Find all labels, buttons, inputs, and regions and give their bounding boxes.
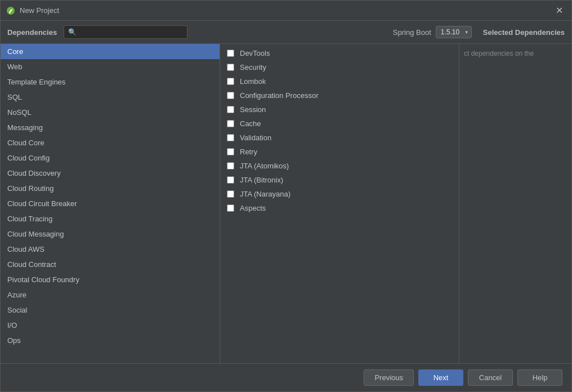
left-panel-item-social[interactable]: Social	[1, 302, 220, 318]
checkbox-item-retry[interactable]: Retry	[220, 145, 459, 159]
main-area: CoreWebTemplate EnginesSQLNoSQLMessaging…	[1, 44, 571, 363]
right-panel-placeholder: ct dependencies on the	[464, 50, 534, 57]
left-panel-item-cloud-circuit-breaker[interactable]: Cloud Circuit Breaker	[1, 196, 220, 211]
left-panel-item-cloud-messaging[interactable]: Cloud Messaging	[1, 226, 220, 242]
left-panel-item-nosql[interactable]: NoSQL	[1, 105, 220, 120]
left-panel-item-pivotal-cloud-foundry[interactable]: Pivotal Cloud Foundry	[1, 272, 220, 287]
checkbox-config-processor[interactable]	[227, 92, 234, 99]
checkbox-label-jta-atomikos: JTA (Atomikos)	[240, 162, 289, 170]
selected-deps-label: Selected Dependencies	[483, 28, 565, 37]
close-button[interactable]: ✕	[552, 4, 566, 17]
spring-boot-label: Spring Boot	[393, 28, 431, 37]
left-panel-item-core[interactable]: Core	[1, 44, 220, 59]
left-panel-item-cloud-aws[interactable]: Cloud AWS	[1, 242, 220, 257]
checkbox-label-devtools: DevTools	[240, 49, 270, 57]
title-bar: New Project ✕	[1, 1, 571, 21]
spring-boot-dropdown-wrapper[interactable]: 1.5.10	[436, 26, 472, 38]
right-panel: ct dependencies on the	[459, 44, 571, 363]
checkbox-label-lombok: Lombok	[240, 77, 266, 86]
checkbox-item-devtools[interactable]: DevTools	[220, 46, 459, 60]
checkbox-item-lombok[interactable]: Lombok	[220, 74, 459, 88]
left-panel: CoreWebTemplate EnginesSQLNoSQLMessaging…	[1, 44, 220, 363]
checkbox-item-validation[interactable]: Validation	[220, 131, 459, 145]
left-panel-item-ops[interactable]: Ops	[1, 333, 220, 348]
checkbox-item-security[interactable]: Security	[220, 60, 459, 74]
left-panel-item-azure[interactable]: Azure	[1, 287, 220, 302]
dialog-content: Dependencies 🔍 Spring Boot 1.5.10 Select…	[1, 21, 571, 391]
footer: Previous Next Cancel Help	[1, 363, 571, 391]
checkbox-item-aspects[interactable]: Aspects	[220, 201, 459, 215]
checkbox-cache[interactable]	[227, 120, 234, 127]
checkbox-item-config-processor[interactable]: Configuration Processor	[220, 88, 459, 103]
checkbox-label-config-processor: Configuration Processor	[240, 91, 318, 100]
left-panel-item-cloud-routing[interactable]: Cloud Routing	[1, 181, 220, 196]
left-panel-item-cloud-core[interactable]: Cloud Core	[1, 135, 220, 150]
checkbox-label-session: Session	[240, 105, 266, 114]
checkbox-session[interactable]	[227, 106, 234, 113]
left-panel-item-sql[interactable]: SQL	[1, 90, 220, 105]
checkbox-jta-narayana[interactable]	[227, 190, 234, 198]
checkbox-item-session[interactable]: Session	[220, 103, 459, 117]
search-icon: 🔍	[68, 28, 77, 36]
cancel-button[interactable]: Cancel	[468, 369, 513, 386]
left-panel-item-template-engines[interactable]: Template Engines	[1, 74, 220, 90]
help-button[interactable]: Help	[517, 369, 562, 386]
checkbox-label-jta-bitronix: JTA (Bitronix)	[240, 176, 283, 184]
checkbox-label-cache: Cache	[240, 119, 261, 128]
left-panel-item-messaging[interactable]: Messaging	[1, 120, 220, 135]
left-panel-item-cloud-discovery[interactable]: Cloud Discovery	[1, 166, 220, 181]
checkbox-jta-bitronix[interactable]	[227, 176, 234, 184]
checkbox-item-jta-bitronix[interactable]: JTA (Bitronix)	[220, 173, 459, 187]
left-panel-item-web[interactable]: Web	[1, 59, 220, 74]
left-panel-item-i-o[interactable]: I/O	[1, 318, 220, 333]
checkbox-label-jta-narayana: JTA (Narayana)	[240, 190, 291, 198]
search-wrapper: 🔍	[64, 25, 187, 39]
new-project-window: New Project ✕ Dependencies 🔍 Spring Boot…	[0, 0, 572, 392]
checkbox-security[interactable]	[227, 64, 234, 71]
checkbox-item-cache[interactable]: Cache	[220, 117, 459, 131]
checkbox-item-jta-atomikos[interactable]: JTA (Atomikos)	[220, 159, 459, 173]
checkbox-label-security: Security	[240, 63, 266, 72]
previous-button[interactable]: Previous	[364, 369, 414, 386]
checkbox-aspects[interactable]	[227, 204, 234, 212]
checkbox-retry[interactable]	[227, 148, 234, 155]
middle-panel: DevToolsSecurityLombokConfiguration Proc…	[220, 44, 459, 363]
dependencies-label: Dependencies	[7, 28, 57, 37]
window-title: New Project	[20, 6, 552, 15]
next-button[interactable]: Next	[418, 369, 463, 386]
checkbox-devtools[interactable]	[227, 50, 234, 57]
spring-boot-version-select[interactable]: 1.5.10	[436, 26, 472, 38]
checkbox-jta-atomikos[interactable]	[227, 162, 234, 170]
left-panel-item-cloud-contract[interactable]: Cloud Contract	[1, 257, 220, 272]
app-icon	[6, 6, 15, 15]
checkbox-validation[interactable]	[227, 134, 234, 141]
checkbox-lombok[interactable]	[227, 78, 234, 85]
search-input[interactable]	[64, 25, 187, 39]
left-panel-item-cloud-config[interactable]: Cloud Config	[1, 150, 220, 166]
checkbox-label-retry: Retry	[240, 148, 257, 156]
checkbox-item-jta-narayana[interactable]: JTA (Narayana)	[220, 187, 459, 201]
top-bar: Dependencies 🔍 Spring Boot 1.5.10 Select…	[1, 21, 571, 44]
checkbox-label-validation: Validation	[240, 133, 271, 142]
left-panel-item-cloud-tracing[interactable]: Cloud Tracing	[1, 211, 220, 226]
checkbox-label-aspects: Aspects	[240, 204, 266, 212]
